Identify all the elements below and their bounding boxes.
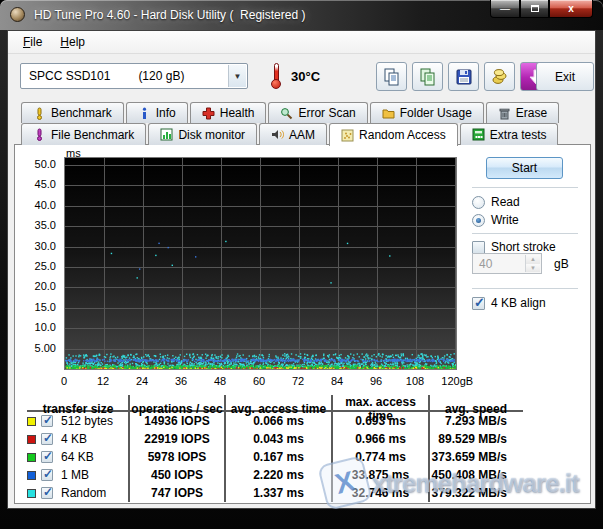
drive-selector[interactable]: SPCC SSD101 (120 gB) ▼: [20, 63, 248, 89]
copy-pages-icon: [382, 67, 402, 87]
disk-monitor-icon: [160, 128, 173, 141]
avg-speed-value: 7.293 MB/s: [429, 414, 511, 428]
tab-benchmark[interactable]: Benchmark: [21, 102, 124, 123]
error-scan-icon: [280, 107, 293, 120]
drive-capacity: (120 gB): [138, 69, 184, 83]
capacity-spinner[interactable]: 40 ▲▼: [472, 253, 542, 274]
options-button[interactable]: [484, 62, 515, 91]
series-color-swatch: [27, 435, 36, 444]
tab-random-access[interactable]: Random Access: [329, 123, 458, 146]
tab-info[interactable]: Info: [126, 102, 188, 123]
y-tick: 40.0: [16, 199, 56, 211]
tab-disk-monitor[interactable]: Disk monitor: [148, 123, 257, 145]
minimize-button[interactable]: —: [490, 0, 520, 18]
transfer-size-value: Random: [61, 486, 129, 500]
spinner-arrows[interactable]: ▲▼: [525, 255, 540, 272]
avg-speed-value: 450.408 MB/s: [429, 468, 511, 482]
ops-value: 450 IOPS: [129, 468, 225, 482]
max-access-value: 0.693 ms: [332, 414, 429, 428]
tab-health[interactable]: Health: [190, 102, 267, 123]
app-icon: [10, 7, 25, 22]
read-radio[interactable]: [472, 196, 485, 209]
tab-error-scan[interactable]: Error Scan: [268, 102, 367, 123]
table-row: 512 bytes 14936 IOPS 0.066 ms 0.693 ms 7…: [27, 412, 523, 430]
write-radio[interactable]: [472, 214, 485, 227]
close-button[interactable]: x: [549, 0, 593, 18]
separator: [472, 288, 578, 290]
save-button[interactable]: [448, 62, 479, 91]
transfer-size-value: 512 bytes: [61, 414, 129, 428]
tab-strip-row1: Benchmark Info Health Err: [21, 102, 559, 123]
chevron-down-icon[interactable]: ▼: [228, 65, 246, 87]
tab-folder-usage[interactable]: Folder Usage: [370, 102, 484, 123]
avg-speed-value: 373.659 MB/s: [429, 450, 511, 464]
max-access-value: 0.966 ms: [332, 432, 429, 446]
column-divider: [428, 395, 430, 502]
series-checkbox[interactable]: [41, 469, 53, 481]
hd-tune-window: HD Tune Pro 4.60 - Hard Disk Utility ( R…: [0, 0, 603, 529]
window-title: HD Tune Pro 4.60 - Hard Disk Utility ( R…: [34, 8, 305, 22]
copy-color-pages-button[interactable]: [412, 62, 443, 91]
start-button[interactable]: Start: [486, 157, 563, 179]
avg-speed-value: 379.322 MB/s: [429, 486, 511, 500]
spin-down-icon[interactable]: ▼: [526, 264, 540, 273]
ops-value: 14936 IOPS: [129, 414, 225, 428]
max-access-value: 0.774 ms: [332, 450, 429, 464]
copy-pages-color-icon: [418, 67, 438, 87]
series-checkbox[interactable]: [41, 433, 53, 445]
tab-aam[interactable]: AAM: [259, 123, 327, 145]
y-tick: 10.0: [16, 321, 56, 333]
toolbar: SPCC SSD101 (120 gB) ▼ 30°C: [8, 55, 595, 99]
separator: [472, 233, 578, 235]
short-stroke-option[interactable]: Short stroke: [472, 240, 556, 254]
health-icon: [202, 107, 215, 120]
client-area: File Help SPCC SSD101 (120 gB) ▼ 30°C: [7, 30, 596, 509]
info-icon: [138, 107, 151, 120]
series-checkbox[interactable]: [41, 415, 53, 427]
avg-access-value: 0.167 ms: [225, 450, 332, 464]
scatter-icon: [341, 129, 354, 142]
table-row: 1 MB 450 IOPS 2.220 ms 33.875 ms 450.408…: [27, 466, 523, 484]
short-stroke-checkbox[interactable]: [472, 241, 485, 254]
title-bar[interactable]: HD Tune Pro 4.60 - Hard Disk Utility ( R…: [0, 0, 603, 30]
copy-pages-button[interactable]: [376, 62, 407, 91]
x-tick: 36: [175, 375, 187, 387]
speaker-icon: [271, 128, 284, 141]
x-tick: 108: [406, 375, 424, 387]
x-tick: 24: [136, 375, 148, 387]
exit-button[interactable]: Exit: [536, 62, 594, 91]
series-checkbox[interactable]: [41, 451, 53, 463]
random-access-panel: ms 50.045.040.035.030.025.020.015.010.05…: [14, 144, 591, 504]
y-tick: 50.0: [16, 158, 56, 170]
tab-file-benchmark[interactable]: File Benchmark: [21, 123, 146, 145]
capacity-unit: gB: [554, 257, 569, 271]
ops-value: 5978 IOPS: [129, 450, 225, 464]
trash-icon: [498, 107, 511, 120]
tab-erase[interactable]: Erase: [486, 102, 559, 123]
x-tick: 12: [97, 375, 109, 387]
x-tick: 0: [61, 375, 67, 387]
align-checkbox[interactable]: [472, 297, 485, 310]
y-tick: 30.0: [16, 240, 56, 252]
menu-help[interactable]: Help: [51, 32, 94, 52]
series-color-swatch: [27, 489, 36, 498]
y-tick: 35.0: [16, 219, 56, 231]
read-option[interactable]: Read: [472, 195, 520, 209]
x-tick: 84: [331, 375, 343, 387]
max-access-value: 33.875 ms: [332, 468, 429, 482]
column-divider: [331, 395, 333, 502]
spin-up-icon[interactable]: ▲: [526, 255, 540, 264]
write-option[interactable]: Write: [472, 213, 519, 227]
maximize-button[interactable]: [520, 0, 549, 18]
drive-name: SPCC SSD101: [29, 69, 110, 83]
series-color-swatch: [27, 417, 36, 426]
folder-icon: [382, 107, 395, 120]
x-tick: 60: [253, 375, 265, 387]
series-checkbox[interactable]: [41, 487, 53, 499]
column-divider: [224, 395, 226, 502]
tab-extra-tests[interactable]: Extra tests: [460, 123, 559, 145]
align-option[interactable]: 4 KB align: [472, 296, 546, 310]
max-access-value: 32.746 ms: [332, 486, 429, 500]
menu-file[interactable]: File: [14, 32, 51, 52]
y-tick: 5.00: [16, 342, 56, 354]
